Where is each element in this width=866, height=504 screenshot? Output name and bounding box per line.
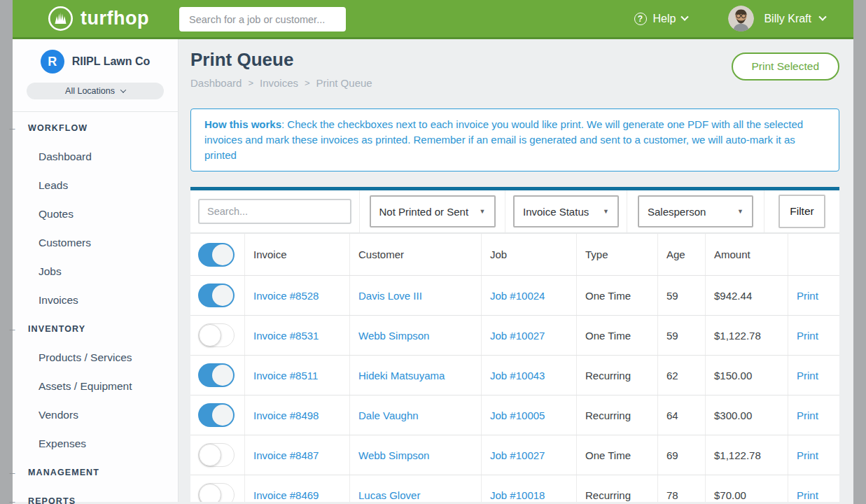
- row-select-toggle[interactable]: [198, 363, 235, 387]
- title-block: Print Queue Dashboard > Invoices > Print…: [190, 49, 372, 89]
- invoice-amount: $70.00: [706, 475, 788, 502]
- select-caret-icon: ▼: [480, 208, 486, 215]
- invoice-table-body: Invoice #8528 Davis Love III Job #10024 …: [190, 276, 839, 502]
- print-link[interactable]: Print: [797, 489, 818, 501]
- chevron-down-icon: [120, 87, 126, 92]
- breadcrumb-dashboard[interactable]: Dashboard: [190, 77, 242, 89]
- invoice-link[interactable]: Invoice #8511: [253, 370, 318, 382]
- turfhop-grass-logo-icon: [48, 6, 74, 31]
- page-title: Print Queue: [190, 49, 372, 71]
- global-search-input[interactable]: [179, 7, 346, 31]
- sidebar-item-dashboard[interactable]: Dashboard: [13, 142, 178, 171]
- printed-status-select[interactable]: Not Printed or Sent ▼: [370, 195, 496, 227]
- row-select-toggle[interactable]: [198, 483, 235, 502]
- sidebar-item-assets-equipment[interactable]: Assets / Equipment: [13, 372, 178, 400]
- invoice-amount: $1,122.78: [706, 435, 788, 475]
- job-link[interactable]: Job #10024: [490, 290, 545, 302]
- select-all-toggle[interactable]: [198, 243, 235, 267]
- invoice-link[interactable]: Invoice #8498: [253, 410, 319, 421]
- customer-link[interactable]: Lucas Glover: [358, 489, 420, 501]
- invoice-amount: $150.00: [706, 356, 788, 395]
- company-row[interactable]: R RIIPL Lawn Co: [13, 50, 178, 74]
- sidebar-item-expenses[interactable]: Expenses: [13, 429, 178, 458]
- row-select-cell: [190, 276, 245, 315]
- salesperson-value: Salesperson: [648, 206, 706, 218]
- chevron-down-icon: [818, 13, 826, 20]
- queue-search-input[interactable]: [198, 199, 351, 224]
- print-link[interactable]: Print: [797, 449, 818, 461]
- salesperson-select[interactable]: Salesperson ▼: [638, 195, 753, 227]
- sidebar-section-label: INVENTORY: [13, 324, 85, 334]
- info-text: : Check the checkboxes next to each invo…: [204, 118, 803, 161]
- sidebar-item-label: Dashboard: [13, 150, 92, 163]
- job-link[interactable]: Job #10043: [490, 370, 545, 382]
- sidebar-item-quotes[interactable]: Quotes: [13, 200, 178, 228]
- location-selector[interactable]: All Locations: [27, 83, 164, 99]
- invoice-table-row: Invoice #8498 Dale Vaughn Job #10005 Rec…: [190, 396, 839, 435]
- filter-button[interactable]: Filter: [778, 195, 825, 228]
- help-label: Help: [653, 13, 676, 25]
- section-tick-icon: ---: [9, 124, 15, 132]
- invoice-amount: $1,122.78: [706, 316, 788, 355]
- job-link[interactable]: Job #10005: [490, 410, 545, 421]
- invoice-table-header: Invoice Customer Job Type Age Amount: [190, 234, 839, 276]
- customer-link[interactable]: Webb Simpson: [358, 330, 429, 342]
- filter-invoice-status-cell: Invoice Status ▼: [505, 190, 627, 232]
- user-avatar: [728, 6, 754, 31]
- invoice-amount: $300.00: [706, 396, 788, 435]
- customer-link[interactable]: Davis Love III: [358, 290, 422, 302]
- row-select-cell: [190, 356, 245, 395]
- invoice-type: Recurring: [577, 396, 658, 435]
- sidebar-item-label: Products / Services: [13, 351, 132, 364]
- company-name: RIIPL Lawn Co: [72, 55, 151, 68]
- breadcrumb-invoices[interactable]: Invoices: [260, 77, 298, 89]
- invoice-type: One Time: [577, 276, 658, 315]
- invoice-status-select[interactable]: Invoice Status ▼: [513, 195, 619, 227]
- sidebar-section-management: --- MANAGEMENT: [13, 458, 178, 486]
- job-link[interactable]: Job #10018: [490, 489, 545, 501]
- invoice-age: 69: [658, 435, 706, 475]
- invoice-link[interactable]: Invoice #8531: [253, 330, 319, 342]
- help-menu[interactable]: ? Help: [634, 13, 688, 25]
- sidebar-item-products-services[interactable]: Products / Services: [13, 343, 178, 372]
- invoice-link[interactable]: Invoice #8487: [253, 449, 319, 461]
- sidebar: R RIIPL Lawn Co All Locations --- WORKFL…: [13, 39, 179, 502]
- app-window: turfhop ? Help: [13, 0, 853, 504]
- sidebar-item-leads[interactable]: Leads: [13, 171, 178, 200]
- customer-link[interactable]: Dale Vaughn: [358, 410, 419, 421]
- sidebar-section-label: REPORTS: [13, 496, 76, 504]
- page-header: Print Queue Dashboard > Invoices > Print…: [190, 49, 839, 89]
- filter-salesperson-cell: Salesperson ▼: [627, 190, 764, 232]
- sidebar-item-invoices[interactable]: Invoices: [13, 286, 178, 314]
- location-selector-label: All Locations: [65, 86, 115, 96]
- section-tick-icon: ---: [9, 325, 15, 333]
- job-link[interactable]: Job #10027: [490, 449, 545, 461]
- print-link[interactable]: Print: [797, 370, 818, 382]
- invoice-link[interactable]: Invoice #8528: [253, 290, 319, 302]
- job-link[interactable]: Job #10027: [490, 330, 545, 342]
- customer-link[interactable]: Hideki Matsuyama: [358, 370, 445, 382]
- row-select-toggle[interactable]: [198, 284, 235, 307]
- sidebar-section-inventory: --- INVENTORY: [13, 314, 178, 343]
- print-link[interactable]: Print: [797, 290, 818, 302]
- column-header-job: Job: [482, 234, 577, 275]
- invoice-link[interactable]: Invoice #8469: [253, 489, 319, 501]
- user-menu[interactable]: Billy Kraft: [728, 6, 825, 31]
- print-link[interactable]: Print: [797, 330, 818, 342]
- sidebar-item-jobs[interactable]: Jobs: [13, 257, 178, 286]
- row-select-toggle[interactable]: [198, 403, 235, 427]
- select-caret-icon: ▼: [737, 208, 743, 215]
- select-all-cell: [190, 234, 245, 275]
- customer-link[interactable]: Webb Simpson: [358, 449, 429, 461]
- sidebar-item-customers[interactable]: Customers: [13, 228, 178, 257]
- top-right-cluster: ? Help Billy Kraf: [634, 6, 825, 31]
- print-link[interactable]: Print: [797, 410, 818, 421]
- print-selected-button[interactable]: Print Selected: [732, 52, 840, 80]
- sidebar-section-label: WORKFLOW: [13, 123, 88, 133]
- row-select-toggle[interactable]: [198, 323, 235, 347]
- row-select-toggle[interactable]: [198, 443, 235, 467]
- invoice-table-row: Invoice #8528 Davis Love III Job #10024 …: [190, 276, 839, 316]
- sidebar-item-vendors[interactable]: Vendors: [13, 400, 178, 429]
- brand[interactable]: turfhop: [48, 6, 149, 31]
- sidebar-item-label: Leads: [13, 179, 68, 192]
